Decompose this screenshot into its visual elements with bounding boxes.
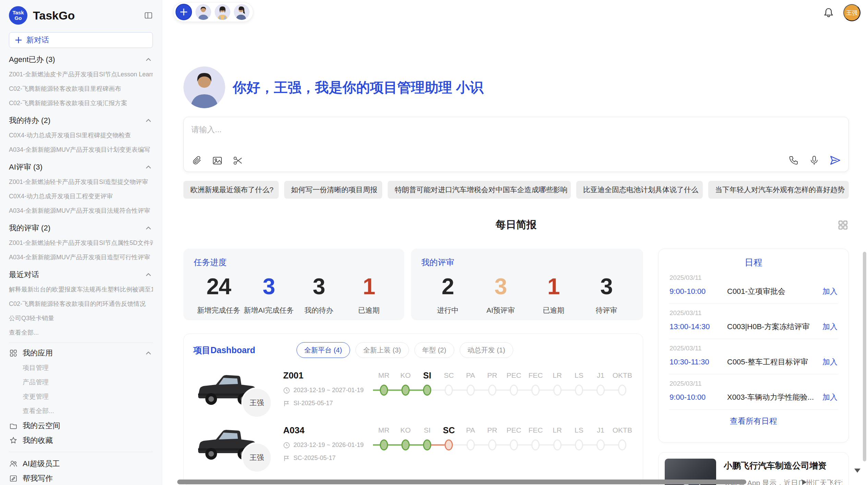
tab-new-body[interactable]: 全新上装 (3) <box>355 342 409 358</box>
tab-model-year[interactable]: 年型 (2) <box>414 342 454 358</box>
milestone-label: FEC <box>525 424 546 436</box>
horizontal-scrollbar-thumb[interactable] <box>177 480 746 484</box>
list-item[interactable]: C02-飞腾新能源轻客改款项目里程碑画布 <box>9 82 153 96</box>
horizontal-scrollbar[interactable] <box>173 480 868 484</box>
app-item-product-mgmt[interactable]: 产品管理 <box>23 375 153 389</box>
section-title: 我的待办 (2) <box>9 115 50 126</box>
milestone-dot <box>618 439 626 450</box>
list-item[interactable]: A034-全新新能源MUV产品开发项目造型可行性评审 <box>9 250 153 264</box>
suggestion-chip[interactable]: 比亚迪全固态电池计划具体说了什么 <box>576 181 703 199</box>
suggestion-chip[interactable]: 当下年轻人对汽车外观有怎样的喜好趋势 <box>708 181 849 199</box>
app-item-change-mgmt[interactable]: 变更管理 <box>23 389 153 404</box>
greeting-row: 你好，王强，我是你的项目管理助理 小识 <box>183 66 849 108</box>
view-all-chats[interactable]: 查看全部... <box>9 325 153 340</box>
new-chat-label: 新对话 <box>26 35 49 45</box>
sidebar-item-favorites[interactable]: 我的收藏 <box>9 433 153 448</box>
attach-button[interactable] <box>191 155 202 166</box>
app-item-project-mgmt[interactable]: 项目管理 <box>23 361 153 375</box>
scroll-down-arrow[interactable] <box>854 469 860 473</box>
schedule-item: 2025/03/11 9:00-10:00 C001-立项审批会 加入 <box>669 269 838 304</box>
vertical-scrollbar[interactable] <box>863 252 866 461</box>
notifications-button[interactable] <box>823 7 834 18</box>
send-button[interactable] <box>829 154 841 166</box>
tab-powertrain[interactable]: 动总开发 (1) <box>460 342 513 358</box>
milestone: J1 <box>590 424 612 452</box>
project-next-milestone: SC-2025-05-17 <box>283 455 368 462</box>
join-meeting-link[interactable]: 加入 <box>822 392 837 402</box>
image-upload-button[interactable] <box>212 155 223 166</box>
list-item[interactable]: C0X4-动力总成开发项目SI里程碑提交物检查 <box>9 128 153 142</box>
milestone-label: PEC <box>503 370 525 381</box>
suggestion-chip[interactable]: 如何写一份清晰的项目周报 <box>284 181 383 199</box>
section-my-apps[interactable]: 我的应用 <box>9 346 153 361</box>
chat-input[interactable] <box>188 122 844 137</box>
new-chat-button[interactable]: 新对话 <box>9 32 153 48</box>
join-meeting-link[interactable]: 加入 <box>822 322 837 332</box>
section-agent-done[interactable]: Agent已办 (3) <box>9 52 153 67</box>
collapse-sidebar-button[interactable] <box>144 11 153 20</box>
stat: 2 进行中 <box>421 273 474 315</box>
project-row[interactable]: 王强 A034 2023-12-19 ~ 2026-01-19 <box>193 424 633 468</box>
suggestion-chip[interactable]: 特朗普可能对进口汽车增税会对中国车企造成哪些影响 <box>388 181 571 199</box>
bell-icon <box>823 7 834 18</box>
add-agent-button[interactable] <box>176 4 192 20</box>
composer-left-tools <box>191 155 243 166</box>
milestone: KO <box>395 370 416 398</box>
sidebar-item-cloud-space[interactable]: 我的云空间 <box>9 418 153 433</box>
agent-avatar[interactable] <box>234 4 250 20</box>
milestone-dot <box>380 439 388 450</box>
section-my-todo[interactable]: 我的待办 (2) <box>9 113 153 128</box>
milestone: OKTB <box>612 370 633 398</box>
chevron-up-icon <box>144 224 153 233</box>
greeting-text: 你好，王强，我是你的项目管理助理 小识 <box>233 78 483 97</box>
join-meeting-link[interactable]: 加入 <box>822 286 837 297</box>
project-photo: 王强 <box>193 424 262 468</box>
scroll-right-arrow[interactable] <box>802 480 806 485</box>
sidebar-item-help-me-write[interactable]: 帮我写作 <box>9 471 153 485</box>
project-row[interactable]: 王强 Z001 2023-12-19 ~ 2027-01-19 <box>193 370 633 413</box>
stat-value: 1 <box>527 273 580 299</box>
brief-columns: 任务进度 24 新增完成任务 3 新增AI完成任务 <box>183 249 849 485</box>
list-item[interactable]: 解释最新出台的欧盟报废车法规再生塑料比例被调至15%... <box>9 282 153 297</box>
section-recent-chats[interactable]: 最近对话 <box>9 267 153 282</box>
phone-icon <box>788 155 799 166</box>
user-avatar[interactable]: 王强 <box>843 4 860 21</box>
milestone-label: J1 <box>590 370 612 381</box>
cloud-folder-icon <box>9 421 18 430</box>
list-item[interactable]: Z001-全新燃油轻卡产品开发项目SI造型提交物评审 <box>9 175 153 189</box>
topbar-right: 王强 <box>823 4 860 21</box>
section-my-review[interactable]: 我的评审 (2) <box>9 221 153 236</box>
main-area: 王强 你好，王强，我是你的项目管理助理 小识 <box>162 0 868 485</box>
milestone: SI <box>417 424 438 452</box>
join-meeting-link[interactable]: 加入 <box>822 357 837 367</box>
list-item[interactable]: Z001-全新燃油皮卡产品开发项目SI节点Lesson Learn报告 <box>9 67 153 82</box>
view-all-schedule-link[interactable]: 查看所有日程 <box>669 416 838 426</box>
milestone: SI <box>417 370 438 398</box>
milestone-label: OKTB <box>612 370 633 381</box>
milestone-dot <box>488 439 496 450</box>
list-item[interactable]: C0X4-动力总成开发项目工程变更评审 <box>9 189 153 203</box>
voice-call-button[interactable] <box>788 155 799 166</box>
tab-new-platform[interactable]: 全新平台 (4) <box>297 342 350 358</box>
list-item[interactable]: Z001-全新燃油轻卡产品开发项目SI节点属性5D文件评审 <box>9 236 153 250</box>
view-all-apps[interactable]: 查看全部... <box>23 404 153 418</box>
sidebar-item-ai-super-staff[interactable]: AI超级员工 <box>9 456 153 471</box>
image-icon <box>212 155 223 166</box>
milestone-label: PR <box>481 370 503 381</box>
section-ai-review[interactable]: AI评审 (3) <box>9 160 153 175</box>
list-item[interactable]: A034-全新新能源MUV产品开发项目法规符合性评审 <box>9 203 153 218</box>
suggestion-chip[interactable]: 欧洲新规最近颁布了什么? <box>183 181 279 199</box>
project-dashboard-card: 项目Dashboard 全新平台 (4) 全新上装 (3) 年型 (2) 动总开… <box>183 334 643 485</box>
list-item[interactable]: A034-全新新能源MUV产品开发项目计划变更表编写 <box>9 142 153 157</box>
screenshot-button[interactable] <box>232 155 243 166</box>
agent-avatar[interactable] <box>215 4 230 20</box>
list-item[interactable]: 公司Q3轻卡销量 <box>9 311 153 325</box>
logo-line-1: Task <box>12 10 24 15</box>
microphone-button[interactable] <box>809 155 820 166</box>
list-item[interactable]: C02-飞腾新能源轻客改款项目立项汇报方案 <box>9 96 153 110</box>
list-item[interactable]: C02-飞腾新能源轻客改款项目的闭环通告反馈情况 <box>9 297 153 311</box>
layout-switch-button[interactable] <box>837 219 849 231</box>
stat-value: 24 <box>194 273 244 299</box>
milestone-label: LS <box>568 424 590 436</box>
agent-avatar[interactable] <box>195 4 211 20</box>
